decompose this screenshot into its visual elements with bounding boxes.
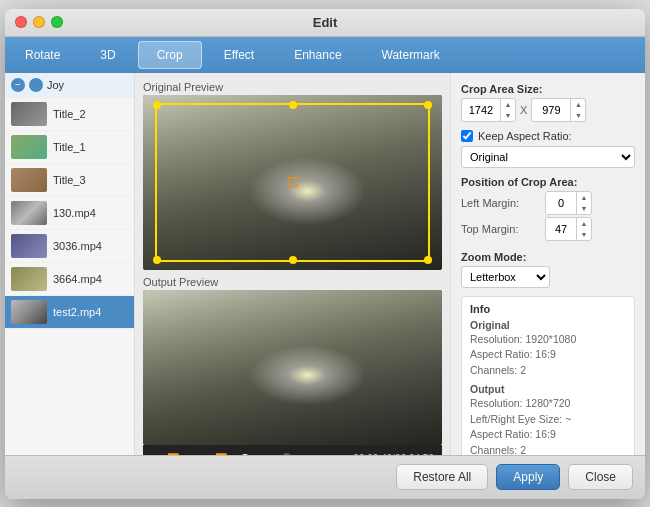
info-section: Info Original Resolution: 1920*1080 Aspe… (461, 296, 635, 455)
keep-aspect-label: Keep Aspect Ratio: (478, 130, 572, 142)
sidebar-item-title2[interactable]: Title_2 (5, 98, 134, 131)
thumbnail (11, 168, 47, 192)
tab-enhance[interactable]: Enhance (276, 42, 359, 68)
right-panel: Crop Area Size: ▲ ▼ X ▲ ▼ (450, 73, 645, 455)
playback-bar: ⏮ ⏪ ▶ ⏹ ⏩ 🔊 00:00:40/00:04:50 (143, 445, 442, 455)
crop-position-section: Position of Crop Area: Left Margin: ▲ ▼ … (461, 176, 635, 243)
tab-watermark[interactable]: Watermark (364, 42, 458, 68)
keep-aspect-checkbox[interactable] (461, 130, 473, 142)
crop-handle-tm[interactable] (289, 101, 297, 109)
sidebar-item-label: 3664.mp4 (53, 273, 102, 285)
sidebar-item-label: test2.mp4 (53, 306, 101, 318)
original-preview-box (143, 95, 442, 270)
tab-crop[interactable]: Crop (138, 41, 202, 69)
output-resolution: Resolution: 1280*720 (470, 396, 626, 412)
apply-button[interactable]: Apply (496, 464, 560, 490)
sidebar-item-label: 3036.mp4 (53, 240, 102, 252)
crop-size-row: ▲ ▼ X ▲ ▼ (461, 98, 635, 122)
window-controls (15, 16, 63, 28)
top-margin-spinner: ▲ ▼ (576, 218, 591, 240)
crop-handle-tr[interactable] (424, 101, 432, 109)
original-preview-section: Original Preview (143, 81, 442, 270)
width-increment[interactable]: ▲ (501, 99, 515, 110)
output-channels: Channels: 2 (470, 443, 626, 455)
original-preview-label: Original Preview (143, 81, 442, 93)
tab-effect[interactable]: Effect (206, 42, 272, 68)
sidebar: − Joy Title_2 Title_1 Title_3 130.mp4 (5, 73, 135, 455)
crop-area-size-section: Crop Area Size: ▲ ▼ X ▲ ▼ (461, 83, 635, 122)
output-preview-section: Output Preview ⏮ ⏪ ▶ ⏹ ⏩ 🔊 (143, 276, 442, 455)
zoom-select[interactable]: Letterbox Pan & Scan Full (461, 266, 550, 288)
sidebar-item-label: Joy (47, 79, 64, 91)
thumbnail (11, 102, 47, 126)
aspect-ratio-section: Keep Aspect Ratio: Original 16:9 4:3 1:1 (461, 130, 635, 168)
original-channels: Channels: 2 (470, 363, 626, 379)
sidebar-item-label: Title_2 (53, 108, 86, 120)
center-panel: Original Preview (135, 73, 450, 455)
top-margin-input[interactable] (546, 218, 576, 240)
x-separator: X (520, 104, 527, 116)
zoom-mode-section: Zoom Mode: Letterbox Pan & Scan Full (461, 251, 635, 288)
sidebar-item-label: Title_1 (53, 141, 86, 153)
thumbnail (11, 201, 47, 225)
sidebar-item-title3[interactable]: Title_3 (5, 164, 134, 197)
maximize-window-button[interactable] (51, 16, 63, 28)
left-margin-input[interactable] (546, 192, 576, 214)
output-aspect: Aspect Ratio: 16:9 (470, 427, 626, 443)
output-video-overlay (143, 290, 442, 445)
sidebar-item-joy[interactable]: − Joy (5, 73, 134, 98)
top-margin-increment[interactable]: ▲ (577, 218, 591, 229)
crop-center-marker (288, 177, 298, 187)
sidebar-item-3664mp4[interactable]: 3664.mp4 (5, 263, 134, 296)
top-margin-input-group: ▲ ▼ (545, 217, 592, 241)
close-button[interactable]: Close (568, 464, 633, 490)
tab-rotate[interactable]: Rotate (7, 42, 78, 68)
height-input[interactable] (532, 99, 570, 121)
left-margin-label: Left Margin: (461, 197, 539, 209)
output-eye-size: Left/Right Eye Size: ~ (470, 412, 626, 428)
left-margin-row: Left Margin: ▲ ▼ (461, 191, 635, 215)
title-bar: Edit (5, 9, 645, 37)
original-sub: Original (470, 319, 626, 331)
zoom-mode-label: Zoom Mode: (461, 251, 635, 263)
original-resolution: Resolution: 1920*1080 (470, 332, 626, 348)
left-margin-increment[interactable]: ▲ (577, 192, 591, 203)
height-spinner: ▲ ▼ (570, 99, 585, 121)
thumbnail (11, 234, 47, 258)
thumbnail (11, 300, 47, 324)
output-info-group: Output Resolution: 1280*720 Left/Right E… (470, 383, 626, 455)
close-window-button[interactable] (15, 16, 27, 28)
sidebar-item-130mp4[interactable]: 130.mp4 (5, 197, 134, 230)
output-sub: Output (470, 383, 626, 395)
aspect-select[interactable]: Original 16:9 4:3 1:1 (461, 146, 635, 168)
width-spinner: ▲ ▼ (500, 99, 515, 121)
thumbnail (11, 135, 47, 159)
sidebar-item-title1[interactable]: Title_1 (5, 131, 134, 164)
crop-handle-br[interactable] (424, 256, 432, 264)
folder-icon (29, 78, 43, 92)
left-margin-decrement[interactable]: ▼ (577, 203, 591, 214)
crop-selection[interactable] (155, 103, 430, 262)
toolbar: Rotate 3D Crop Effect Enhance Watermark (5, 37, 645, 73)
crop-handle-bm[interactable] (289, 256, 297, 264)
height-increment[interactable]: ▲ (571, 99, 585, 110)
position-label: Position of Crop Area: (461, 176, 635, 188)
sidebar-item-test2mp4[interactable]: test2.mp4 (5, 296, 134, 329)
top-margin-decrement[interactable]: ▼ (577, 229, 591, 240)
tab-3d[interactable]: 3D (82, 42, 133, 68)
sidebar-item-3036mp4[interactable]: 3036.mp4 (5, 230, 134, 263)
width-decrement[interactable]: ▼ (501, 110, 515, 121)
crop-handle-bl[interactable] (153, 256, 161, 264)
height-decrement[interactable]: ▼ (571, 110, 585, 121)
width-input[interactable] (462, 99, 500, 121)
crop-area-size-label: Crop Area Size: (461, 83, 635, 95)
info-title: Info (470, 303, 626, 315)
restore-all-button[interactable]: Restore All (396, 464, 488, 490)
thumbnail (11, 267, 47, 291)
collapse-icon: − (11, 78, 25, 92)
left-margin-spinner: ▲ ▼ (576, 192, 591, 214)
original-aspect: Aspect Ratio: 16:9 (470, 347, 626, 363)
edit-window: Edit Rotate 3D Crop Effect Enhance Water… (5, 9, 645, 499)
minimize-window-button[interactable] (33, 16, 45, 28)
crop-handle-tl[interactable] (153, 101, 161, 109)
